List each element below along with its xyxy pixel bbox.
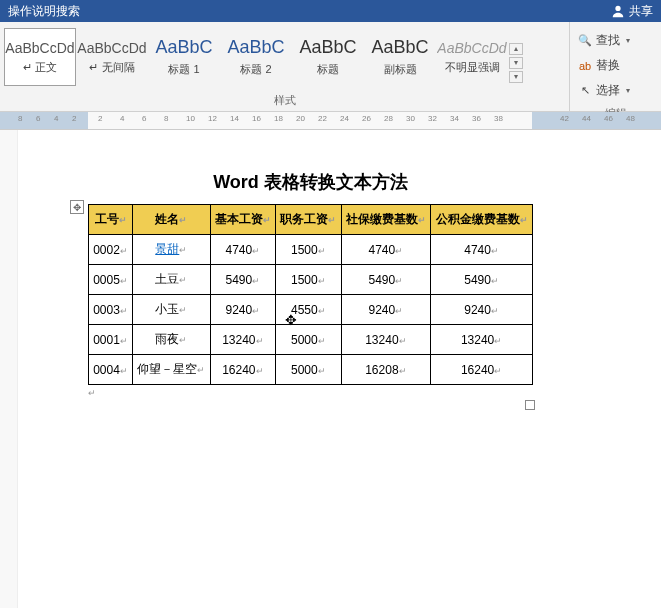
table-cell[interactable]: 9240↵ [210, 295, 275, 325]
table-cell[interactable]: 0002↵ [89, 235, 133, 265]
table-cell[interactable]: 0001↵ [89, 325, 133, 355]
table-cell[interactable]: 景甜↵ [133, 235, 211, 265]
table-cell[interactable]: 9240↵ [341, 295, 431, 325]
table-cell[interactable]: 0005↵ [89, 265, 133, 295]
ruler-tick: 24 [340, 114, 349, 123]
table-header[interactable]: 姓名↵ [133, 205, 211, 235]
style-label: 不明显强调 [445, 60, 500, 75]
table-cell[interactable]: 仰望－星空↵ [133, 355, 211, 385]
table-resize-handle[interactable] [525, 400, 535, 410]
replace-label: 替换 [596, 57, 620, 74]
ruler-tick: 26 [362, 114, 371, 123]
table-cell[interactable]: 4740↵ [431, 235, 533, 265]
styles-gallery[interactable]: AaBbCcDd↵ 正文AaBbCcDd↵ 无间隔AaBbC标题 1AaBbC标… [0, 22, 569, 90]
select-label: 选择 [596, 82, 620, 99]
style-item-4[interactable]: AaBbC标题 [292, 28, 364, 86]
table-cell[interactable]: 雨夜↵ [133, 325, 211, 355]
gallery-more-button[interactable]: ▴▾▾ [508, 28, 524, 90]
ruler-tick: 6 [36, 114, 40, 123]
table-row[interactable]: 0003↵小玉↵9240↵4550↵9240↵9240↵ [89, 295, 533, 325]
name-link[interactable]: 景甜 [155, 242, 179, 256]
editing-group: 🔍 查找 ▾ ab 替换 ↖ 选择 ▾ 编辑 [569, 22, 661, 111]
table-cell[interactable]: 5490↵ [431, 265, 533, 295]
ruler-tick: 28 [384, 114, 393, 123]
table-cell[interactable]: 5490↵ [341, 265, 431, 295]
tell-me-search[interactable]: 操作说明搜索 [8, 3, 80, 20]
table-move-handle[interactable]: ✥ [70, 200, 84, 214]
style-preview: AaBbC [155, 37, 212, 58]
ruler-tick: 34 [450, 114, 459, 123]
ribbon: AaBbCcDd↵ 正文AaBbCcDd↵ 无间隔AaBbC标题 1AaBbC标… [0, 22, 661, 112]
table-cell[interactable]: 16240↵ [431, 355, 533, 385]
paragraph-mark: ↵ [88, 388, 96, 398]
table-cell[interactable]: 9240↵ [431, 295, 533, 325]
table-cell[interactable]: 1500↵ [276, 265, 341, 295]
style-item-1[interactable]: AaBbCcDd↵ 无间隔 [76, 28, 148, 86]
style-item-0[interactable]: AaBbCcDd↵ 正文 [4, 28, 76, 86]
select-button[interactable]: ↖ 选择 ▾ [570, 78, 661, 103]
ruler-tick: 22 [318, 114, 327, 123]
ruler-tick: 44 [582, 114, 591, 123]
page: Word 表格转换文本方法 工号↵姓名↵基本工资↵职务工资↵社保缴费基数↵公积金… [88, 170, 533, 399]
table-header[interactable]: 基本工资↵ [210, 205, 275, 235]
style-item-6[interactable]: AaBbCcDd不明显强调 [436, 28, 508, 86]
table-header[interactable]: 职务工资↵ [276, 205, 341, 235]
ruler-tick: 36 [472, 114, 481, 123]
style-label: 标题 2 [240, 62, 271, 77]
table-cell[interactable]: 13240↵ [341, 325, 431, 355]
ruler-tick: 2 [72, 114, 76, 123]
ruler-tick: 4 [120, 114, 124, 123]
table-cell[interactable]: 13240↵ [431, 325, 533, 355]
table-header[interactable]: 公积金缴费基数↵ [431, 205, 533, 235]
style-item-2[interactable]: AaBbC标题 1 [148, 28, 220, 86]
ruler-tick: 32 [428, 114, 437, 123]
table-cell[interactable]: 1500↵ [276, 235, 341, 265]
table-cell[interactable]: 5000↵ [276, 355, 341, 385]
styles-group: AaBbCcDd↵ 正文AaBbCcDd↵ 无间隔AaBbC标题 1AaBbC标… [0, 22, 569, 111]
table-header[interactable]: 工号↵ [89, 205, 133, 235]
table-cell[interactable]: 5490↵ [210, 265, 275, 295]
table-row[interactable]: 0004↵仰望－星空↵16240↵5000↵16208↵16240↵ [89, 355, 533, 385]
table-cell[interactable]: 16208↵ [341, 355, 431, 385]
table-cell[interactable]: 4740↵ [341, 235, 431, 265]
style-item-5[interactable]: AaBbC副标题 [364, 28, 436, 86]
data-table[interactable]: 工号↵姓名↵基本工资↵职务工资↵社保缴费基数↵公积金缴费基数↵ 0002↵景甜↵… [88, 204, 533, 385]
chevron-down-icon: ▾ [626, 36, 630, 45]
table-cell[interactable]: 小玉↵ [133, 295, 211, 325]
ruler-tick: 8 [18, 114, 22, 123]
ruler-tick: 4 [54, 114, 58, 123]
table-header[interactable]: 社保缴费基数↵ [341, 205, 431, 235]
vertical-ruler[interactable] [0, 130, 18, 608]
table-cell[interactable]: 16240↵ [210, 355, 275, 385]
table-cell[interactable]: 土豆↵ [133, 265, 211, 295]
table-cell[interactable]: 5000↵ [276, 325, 341, 355]
ruler-tick: 12 [208, 114, 217, 123]
ruler-tick: 38 [494, 114, 503, 123]
replace-button[interactable]: ab 替换 [570, 53, 661, 78]
table-cell[interactable]: 0004↵ [89, 355, 133, 385]
ruler-tick: 48 [626, 114, 635, 123]
share-button[interactable]: 共享 [611, 3, 653, 20]
table-row[interactable]: 0002↵景甜↵4740↵1500↵4740↵4740↵ [89, 235, 533, 265]
find-button[interactable]: 🔍 查找 ▾ [570, 28, 661, 53]
ruler-tick: 10 [186, 114, 195, 123]
ruler-tick: 18 [274, 114, 283, 123]
document-area[interactable]: ✥ Word 表格转换文本方法 工号↵姓名↵基本工资↵职务工资↵社保缴费基数↵公… [0, 130, 661, 608]
ruler-tick: 46 [604, 114, 613, 123]
styles-group-label: 样式 [0, 90, 569, 111]
table-row[interactable]: 0005↵土豆↵5490↵1500↵5490↵5490↵ [89, 265, 533, 295]
ruler-tick: 6 [142, 114, 146, 123]
style-label: 标题 1 [168, 62, 199, 77]
style-preview: AaBbC [299, 37, 356, 58]
style-item-3[interactable]: AaBbC标题 2 [220, 28, 292, 86]
horizontal-ruler[interactable]: 8642246810121416182022242628303234363842… [0, 112, 661, 130]
table-row[interactable]: 0001↵雨夜↵13240↵5000↵13240↵13240↵ [89, 325, 533, 355]
table-cell[interactable]: 4550↵ [276, 295, 341, 325]
table-cell[interactable]: 0003↵ [89, 295, 133, 325]
document-title[interactable]: Word 表格转换文本方法 [88, 170, 533, 194]
ruler-tick: 30 [406, 114, 415, 123]
table-cell[interactable]: 13240↵ [210, 325, 275, 355]
style-label: 副标题 [384, 62, 417, 77]
replace-icon: ab [578, 59, 592, 73]
table-cell[interactable]: 4740↵ [210, 235, 275, 265]
